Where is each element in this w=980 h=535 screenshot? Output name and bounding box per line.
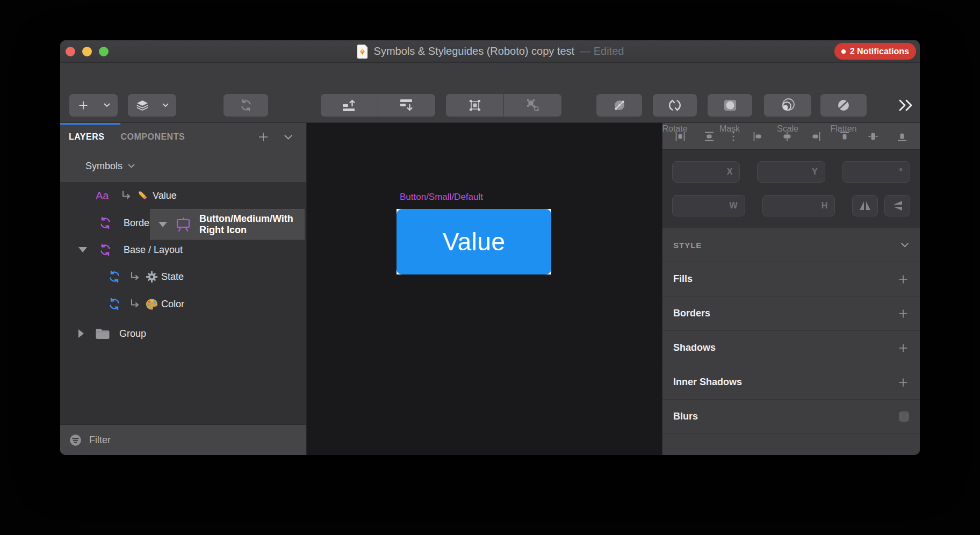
rotate-arrows-icon xyxy=(667,98,682,112)
layer-name: Group xyxy=(119,328,146,339)
toolbar-label-scale: Scale xyxy=(777,124,798,134)
shadows-label: Shadows xyxy=(673,342,716,353)
add-inner-shadow-button[interactable] xyxy=(897,377,909,388)
library-symbol-icon xyxy=(105,297,124,311)
distribute-vertically-icon[interactable] xyxy=(703,131,715,142)
notification-dot-icon xyxy=(841,49,846,54)
align-left-icon[interactable] xyxy=(752,131,764,142)
sidebar-header: LAYERS COMPONENTS Symbols xyxy=(60,123,306,182)
width-field[interactable]: W xyxy=(672,195,745,216)
backward-button[interactable] xyxy=(378,94,435,117)
layer-row-value[interactable]: Aa Value xyxy=(60,182,306,209)
notifications-badge[interactable]: 2 Notifications xyxy=(834,43,916,60)
borders-label: Borders xyxy=(673,308,710,319)
minimize-button[interactable] xyxy=(82,47,92,56)
add-page-button[interactable] xyxy=(257,131,269,143)
rotate-button[interactable] xyxy=(653,94,697,117)
active-tab-indicator xyxy=(60,123,120,125)
chevron-down-icon[interactable] xyxy=(284,135,292,140)
edit-path-icon xyxy=(612,98,626,112)
filter-bar[interactable]: Filter xyxy=(60,424,306,455)
toolbar: Insert Data Create Symbol Forward Backwa… xyxy=(60,63,920,123)
align-middle-vertical-icon[interactable] xyxy=(867,131,879,142)
symbol-button-shape[interactable]: Value xyxy=(397,209,551,274)
add-border-button[interactable] xyxy=(897,308,909,320)
artboard-title[interactable]: Button/Small/Default xyxy=(400,192,483,203)
traffic-lights xyxy=(66,47,109,56)
symbol-artboard[interactable]: Value xyxy=(397,209,551,274)
sidebar-header-tools xyxy=(257,131,292,143)
toolbar-label-mask: Mask xyxy=(719,124,740,134)
window-title: Symbols & Styleguides (Roboto) copy test xyxy=(374,45,575,57)
flip-horizontal-icon xyxy=(858,200,872,212)
gear-icon xyxy=(144,270,159,284)
scale-button[interactable] xyxy=(764,94,811,117)
folder-icon xyxy=(95,327,111,341)
canvas[interactable]: Button/Small/Default Value xyxy=(306,123,662,455)
width-field-label: W xyxy=(730,201,738,211)
align-bottom-icon[interactable] xyxy=(896,131,908,142)
tab-components[interactable]: COMPONENTS xyxy=(120,132,185,142)
style-header-label: STYLE xyxy=(673,241,702,250)
tab-layers[interactable]: LAYERS xyxy=(69,132,104,142)
create-symbol-button[interactable] xyxy=(224,94,268,117)
flip-vertical-button[interactable] xyxy=(884,195,910,216)
insert-button[interactable] xyxy=(69,94,118,117)
x-field[interactable]: X xyxy=(672,161,740,183)
x-field-label: X xyxy=(727,167,733,177)
layer-name: State xyxy=(161,271,184,283)
layer-row-color[interactable]: Color xyxy=(60,290,306,318)
height-field[interactable]: H xyxy=(762,195,835,216)
symbol-instance-icon xyxy=(96,216,115,230)
style-row-borders: Borders xyxy=(662,297,920,331)
override-arrow-icon xyxy=(129,271,141,283)
geometry-fields: X Y ° W H xyxy=(662,150,920,228)
collapse-triangle-icon[interactable] xyxy=(158,222,167,227)
layer-stack-icon xyxy=(135,99,149,112)
flip-horizontal-button[interactable] xyxy=(852,195,878,216)
close-button[interactable] xyxy=(66,47,75,56)
layer-row-base-layout[interactable]: Base / Layout xyxy=(60,236,306,263)
chevron-down-icon xyxy=(104,103,110,107)
layer-name: Color xyxy=(161,299,184,310)
height-field-label: H xyxy=(822,201,828,211)
bring-forward-icon xyxy=(341,98,357,112)
ungroup-button[interactable] xyxy=(504,94,561,117)
rotation-field-label: ° xyxy=(899,167,903,177)
style-row-inner-shadows: Inner Shadows xyxy=(662,365,920,400)
layer-row-group[interactable]: Group xyxy=(60,318,306,349)
add-fill-button[interactable] xyxy=(897,273,909,285)
expand-triangle-icon[interactable] xyxy=(78,329,84,338)
flatten-button[interactable] xyxy=(820,94,867,117)
layer-row-state[interactable]: State xyxy=(60,263,306,290)
chevron-down-icon[interactable] xyxy=(900,242,909,248)
blur-checkbox[interactable] xyxy=(899,411,909,422)
toolbar-overflow-button[interactable] xyxy=(896,98,913,112)
add-shadow-button[interactable] xyxy=(897,342,909,354)
send-backward-icon xyxy=(399,98,415,112)
layer-row-button-medium[interactable]: Button/Medium/With Right Icon xyxy=(150,209,305,240)
style-section-header: STYLE xyxy=(662,228,920,262)
pencil-icon xyxy=(135,189,150,203)
palette-icon xyxy=(144,298,159,311)
rotation-field[interactable]: ° xyxy=(842,161,910,183)
mask-button[interactable] xyxy=(708,94,752,117)
filter-label: Filter xyxy=(89,435,111,446)
data-button[interactable] xyxy=(128,94,176,117)
page-selector[interactable]: Symbols xyxy=(60,151,306,181)
arrange-button-group xyxy=(321,94,435,117)
group-button[interactable] xyxy=(446,94,503,117)
main-content: LAYERS COMPONENTS Symbols xyxy=(60,123,920,455)
layer-name: Button/Medium/With Right Icon xyxy=(199,213,305,236)
align-right-icon[interactable] xyxy=(810,131,822,142)
zoom-button[interactable] xyxy=(99,47,109,56)
collapse-triangle-icon[interactable] xyxy=(78,247,87,252)
edit-button[interactable] xyxy=(596,94,642,117)
forward-button[interactable] xyxy=(321,94,378,117)
style-row-fills: Fills xyxy=(662,262,920,297)
group-selection-icon xyxy=(467,98,482,113)
button-value-text: Value xyxy=(443,227,506,256)
y-field[interactable]: Y xyxy=(757,161,825,183)
flip-buttons xyxy=(852,195,910,216)
sidebar-tabs: LAYERS COMPONENTS xyxy=(60,123,306,151)
